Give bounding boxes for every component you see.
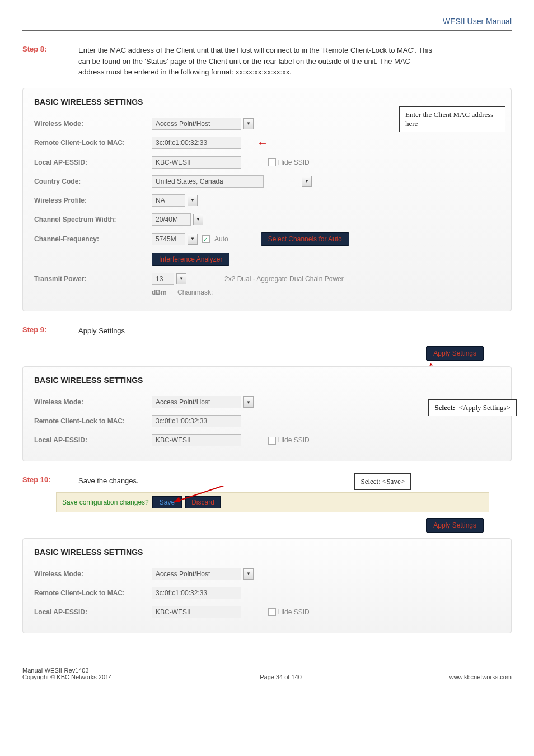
chevron-down-icon[interactable]: ▼ (243, 396, 254, 408)
country-label: Country Code: (34, 178, 152, 185)
chain-power-text: 2x2 Dual - Aggregate Dual Chain Power (224, 275, 344, 283)
chevron-down-icon[interactable]: ▼ (188, 234, 198, 245)
hide-ssid-label: Hide SSID (278, 158, 310, 166)
freq-label: Channel-Frequency: (34, 235, 152, 243)
wireless-mode-select[interactable]: Access Point/Host (152, 118, 241, 130)
panel2-title: BASIC WIRELESS SETTINGS (34, 376, 500, 385)
auto-label: Auto (214, 235, 228, 243)
freq-select[interactable]: 5745M (152, 233, 185, 245)
hide-ssid-label: Hide SSID (278, 436, 310, 444)
basic-wireless-panel-2: BASIC WIRELESS SETTINGS Wireless Mode: A… (22, 366, 512, 461)
chevron-down-icon[interactable]: ▼ (188, 195, 198, 206)
discard-button[interactable]: Discard (185, 496, 221, 508)
chevron-down-icon[interactable]: ▼ (176, 273, 186, 284)
transmit-input[interactable]: 13 (152, 273, 174, 285)
footer-left: Manual-WESII-Rev1403 Copyright © KBC Net… (22, 667, 112, 680)
save-prompt: Save configuration changes? (62, 498, 149, 506)
annotation-apply-settings: Select: Select: <Apply Settings><Apply S… (428, 399, 517, 416)
manual-title: WESII User Manual (22, 17, 512, 31)
profile-select[interactable]: NA (152, 194, 185, 207)
step9-text: Apply Settings (78, 325, 125, 337)
wireless-mode-select[interactable]: Access Point/Host (152, 568, 241, 580)
step8-label: Step 8: (22, 45, 62, 78)
wireless-mode-select[interactable]: Access Point/Host (152, 396, 241, 408)
step9-label: Step 9: (22, 325, 62, 337)
remote-lock-label: Remote Client-Lock to MAC: (34, 589, 152, 597)
save-config-bar: Save configuration changes? Save Discard (56, 492, 489, 512)
chevron-down-icon[interactable]: ▼ (302, 176, 312, 187)
chevron-down-icon[interactable]: ▼ (193, 214, 203, 225)
remote-lock-input[interactable]: 3c:0f:c1:00:32:33 (152, 137, 241, 149)
remote-lock-label: Remote Client-Lock to MAC: (34, 139, 152, 147)
select-channels-button[interactable]: Select Channels for Auto (261, 232, 349, 246)
local-essid-input[interactable]: KBC-WESII (152, 156, 241, 169)
spectrum-label: Channel Spectrum Width: (34, 216, 152, 223)
basic-wireless-panel-1: BASIC WIRELESS SETTINGS Wireless Mode: A… (22, 88, 512, 311)
auto-checkbox[interactable] (202, 235, 210, 243)
remote-lock-input[interactable]: 3c:0f:c1:00:32:33 (152, 415, 241, 427)
footer-center: Page 34 of 140 (260, 674, 302, 680)
country-select[interactable]: United States, Canada (152, 175, 264, 188)
panel3-title: BASIC WIRELESS SETTINGS (34, 548, 500, 557)
local-essid-label: Local AP-ESSID: (34, 158, 152, 166)
local-essid-label: Local AP-ESSID: (34, 608, 152, 616)
remote-lock-input[interactable]: 3c:0f:c1:00:32:33 (152, 587, 241, 599)
step10-label: Step 10: (22, 475, 62, 487)
apply-settings-button[interactable]: Apply Settings (426, 518, 484, 533)
wireless-mode-label: Wireless Mode: (34, 398, 152, 406)
interference-analyzer-button[interactable]: Interference Analyzer (152, 253, 229, 266)
hide-ssid-checkbox[interactable] (268, 608, 276, 616)
apply-settings-button[interactable]: Apply Settings (426, 346, 484, 361)
wireless-mode-label: Wireless Mode: (34, 120, 152, 128)
basic-wireless-panel-3: BASIC WIRELESS SETTINGS Wireless Mode: A… (22, 538, 512, 633)
transmit-label: Transmit Power: (34, 275, 152, 283)
hide-ssid-label: Hide SSID (278, 608, 310, 616)
spectrum-select[interactable]: 20/40M (152, 213, 191, 226)
local-essid-label: Local AP-ESSID: (34, 436, 152, 444)
chainmask-label: Chainmask: (177, 288, 213, 296)
wireless-mode-label: Wireless Mode: (34, 570, 152, 578)
dbm-label: dBm (152, 288, 167, 296)
local-essid-input[interactable]: KBC-WESII (152, 606, 241, 618)
step10-text: Save the changes. (78, 475, 139, 487)
chevron-down-icon[interactable]: ▼ (243, 568, 254, 580)
annotation-save: Select: <Save> (354, 473, 411, 490)
hide-ssid-checkbox[interactable] (268, 158, 276, 166)
panel1-title: BASIC WIRELESS SETTINGS (34, 97, 500, 106)
arrow-left-icon: ← (257, 137, 268, 150)
step8-text: Enter the MAC address of the Client unit… (78, 45, 437, 78)
local-essid-input[interactable]: KBC-WESII (152, 434, 241, 446)
hide-ssid-checkbox[interactable] (268, 437, 276, 445)
remote-lock-label: Remote Client-Lock to MAC: (34, 417, 152, 425)
profile-label: Wireless Profile: (34, 197, 152, 204)
annotation-client-mac: Enter the Client MAC address here (399, 106, 505, 132)
footer-right: www.kbcnetworks.com (449, 674, 512, 680)
save-button[interactable]: Save (152, 496, 182, 508)
chevron-down-icon[interactable]: ▼ (243, 118, 254, 129)
